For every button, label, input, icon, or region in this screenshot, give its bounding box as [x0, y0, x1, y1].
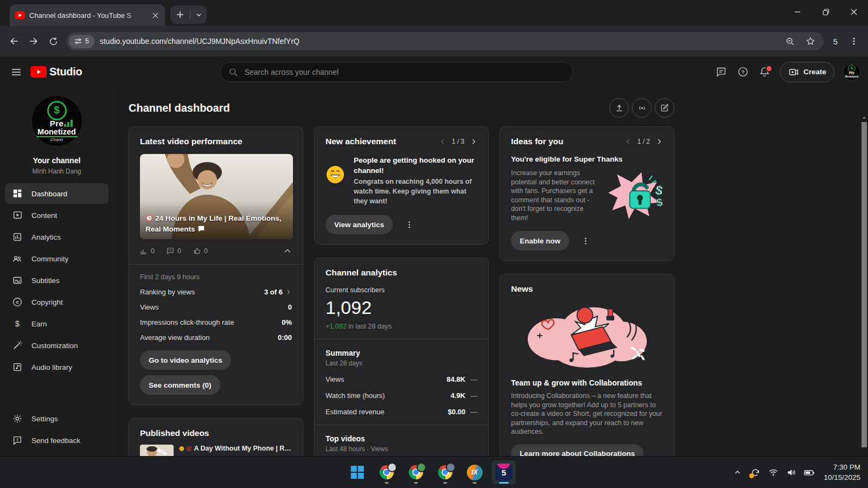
url-bar[interactable]: 5 studio.youtube.com/channel/UCJ9MJNpAsx… [66, 32, 824, 50]
notifications-bell-icon[interactable] [758, 66, 771, 79]
help-icon[interactable]: ? [737, 66, 750, 79]
sidebar-item-label: Customization [31, 342, 78, 350]
svg-text:!: ! [17, 438, 18, 442]
collaborations-illustration [511, 301, 663, 370]
sidebar-item-customization[interactable]: Customization [5, 335, 108, 356]
chrome-window-3[interactable] [433, 460, 457, 484]
dashboard-actions [609, 98, 674, 118]
search-icon [228, 67, 238, 77]
search-input[interactable] [244, 67, 569, 77]
running-indicator [385, 482, 388, 484]
sidebar-item-label: Audio library [31, 363, 72, 371]
browser-menu-kebab-icon[interactable] [844, 31, 864, 51]
sidebar-item-label: Analytics [31, 233, 61, 241]
sidebar-item-copyright[interactable]: c Copyright [5, 292, 108, 312]
wifi-icon[interactable] [767, 466, 780, 479]
window-close-button[interactable] [840, 0, 868, 24]
sidebar-item-subtitles[interactable]: Subtitles [5, 270, 108, 291]
taskbar-clock[interactable]: 7:30 PM 10/15/2025 [824, 462, 860, 483]
column-2: New achievement 1 / 3 [314, 126, 489, 457]
channel-name: Minh Hanh Dang [32, 168, 81, 175]
learn-more-collaborations-button[interactable]: Learn more about Collaborations [511, 444, 643, 457]
tray-chevron-up-icon[interactable] [731, 466, 744, 479]
sidebar-item-analytics[interactable]: Analytics [5, 227, 108, 247]
page-scrollbar[interactable] [861, 122, 867, 447]
published-video-row[interactable]: A Day Without My Phone | Real-Life Mo...… [140, 445, 292, 457]
trend-flat-icon: — [465, 375, 477, 383]
achievement-kebab-icon[interactable] [403, 218, 416, 231]
create-button[interactable]: Create [780, 62, 834, 82]
collapse-chevron-icon[interactable] [283, 247, 292, 255]
go-live-icon[interactable] [632, 98, 652, 118]
likes-mini-stat: 0 [193, 247, 208, 255]
start-button[interactable] [346, 460, 369, 484]
update-restart-icon[interactable] [749, 466, 762, 479]
profile-badge [417, 463, 426, 472]
comment-icon [167, 247, 174, 255]
send-feedback-icon: ! [11, 434, 23, 446]
ix-app[interactable]: IX [463, 460, 487, 484]
sidebar-item-community[interactable]: Community [5, 248, 108, 269]
view-analytics-button[interactable]: View analytics [326, 215, 393, 234]
clock-emoji-icon [145, 214, 153, 222]
tab-close-icon[interactable] [150, 10, 161, 21]
news-body: Introducing Collaborations – a new featu… [511, 391, 663, 436]
active-app[interactable]: 5 [492, 460, 516, 484]
channel-block: $ Pre Monetized Chann Your channel Minh … [0, 96, 113, 175]
published-video-title: A Day Without My Phone | Real-Life Mo... [179, 445, 292, 452]
volume-icon[interactable] [784, 466, 797, 479]
new-tab-button[interactable] [170, 5, 190, 24]
edit-icon[interactable] [655, 98, 674, 118]
latest-video-title: 24 Hours in My Life | Real Emotions, Rea… [145, 213, 289, 235]
window-minimize-button[interactable] [783, 0, 812, 24]
pager-next-icon[interactable] [470, 138, 477, 145]
reload-button[interactable] [43, 31, 63, 51]
top-videos-title: Top videos [326, 434, 477, 443]
studio-logo[interactable]: Studio [30, 66, 82, 78]
bookmark-star-icon[interactable] [803, 34, 818, 49]
chrome-window-1[interactable] [375, 460, 399, 484]
browser-tab-strip: Channel dashboard - YouTube S [0, 0, 868, 26]
news-card: News [500, 274, 674, 457]
bar-chart-icon [140, 247, 148, 255]
channel-analytics-card: Channel analytics Current subscribers 1,… [314, 258, 489, 457]
sidebar-item-audio-library[interactable]: Audio library [5, 357, 108, 377]
pager-prev-icon[interactable] [439, 138, 446, 145]
sidebar-item-earn[interactable]: $ Earn [5, 313, 108, 334]
account-avatar[interactable]: $ Pre Monetized [843, 63, 860, 81]
site-settings-chip[interactable]: 5 [69, 35, 94, 48]
sidebar-item-dashboard[interactable]: Dashboard [5, 183, 108, 204]
browser-profile-chip[interactable]: 5 [827, 37, 844, 46]
battery-icon[interactable] [802, 466, 815, 479]
studio-header: Studio ? [0, 56, 868, 87]
window-restore-button[interactable] [812, 0, 840, 24]
see-comments-button[interactable]: See comments (0) [140, 375, 220, 395]
pager-next-icon[interactable] [655, 138, 663, 145]
chrome-window-2[interactable] [404, 460, 428, 484]
channel-avatar[interactable]: $ Pre Monetized Chann [32, 96, 82, 146]
latest-video-thumbnail[interactable]: 24 Hours in My Life | Real Emotions, Rea… [140, 154, 293, 239]
taskbar-center: IX 5 [346, 457, 516, 488]
smiley-emoji-icon [179, 445, 184, 452]
sidebar-item-send-feedback[interactable]: ! Send feedback [5, 430, 108, 451]
zoom-icon[interactable] [782, 34, 797, 49]
sidebar-item-settings[interactable]: Settings [5, 408, 108, 429]
pager-prev-icon[interactable] [624, 138, 632, 145]
sidebar-item-content[interactable]: Content [5, 205, 108, 226]
enable-now-button[interactable]: Enable now [511, 231, 569, 251]
scroll-up-arrow-icon[interactable] [861, 114, 867, 121]
back-button[interactable] [4, 31, 24, 51]
go-to-video-analytics-button[interactable]: Go to video analytics [140, 350, 231, 370]
search-box[interactable] [220, 62, 573, 82]
feedback-bubble-icon[interactable] [715, 66, 728, 79]
hamburger-menu-icon[interactable] [5, 61, 27, 83]
browser-tab[interactable]: Channel dashboard - YouTube S [10, 4, 165, 26]
sidebar-item-label: Community [31, 255, 68, 263]
sidebar: $ Pre Monetized Chann Your channel Minh … [0, 87, 114, 457]
ideas-kebab-icon[interactable] [579, 234, 592, 247]
url-text[interactable]: studio.youtube.com/channel/UCJ9MJNpAsxHn… [100, 37, 777, 46]
forward-button[interactable] [24, 31, 43, 51]
upload-video-icon[interactable] [609, 98, 629, 118]
tab-search-dropdown[interactable] [190, 5, 207, 24]
stat-row-ranking[interactable]: Ranking by views 3 of 6 [140, 288, 292, 296]
